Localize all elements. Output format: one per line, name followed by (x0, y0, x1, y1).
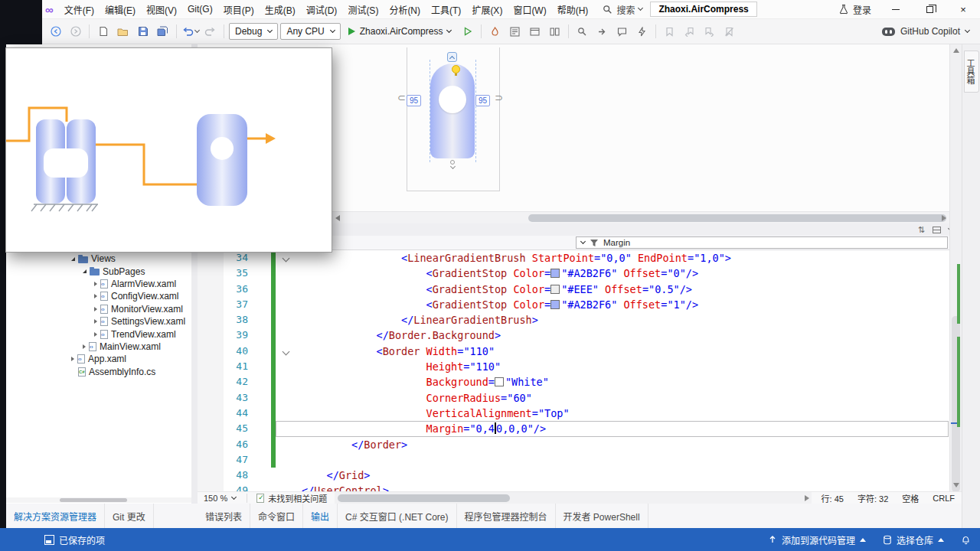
code-line[interactable]: 43 CornerRadius="60" (198, 390, 949, 406)
tree-item[interactable]: SubPages (6, 265, 191, 277)
bottom-chevron-icon[interactable] (450, 164, 456, 169)
menu-item[interactable]: 测试(S) (342, 1, 384, 18)
breakpoint-margin[interactable] (198, 266, 224, 281)
zoom-dropdown[interactable]: 150 % (198, 494, 242, 503)
breakpoint-margin[interactable] (198, 374, 224, 390)
scroll-left-icon[interactable] (335, 215, 340, 221)
lightbulb-suggestion-icon[interactable] (452, 65, 460, 73)
color-swatch[interactable] (550, 300, 560, 309)
menu-item[interactable]: Git(G) (182, 2, 218, 17)
menu-item[interactable]: 分析(N) (384, 1, 426, 18)
tree-item[interactable]: MainView.xaml (6, 341, 191, 353)
code-line[interactable]: 35 <GradientStop Color="#A2B2F6" Offset=… (198, 266, 949, 281)
swap-panes-icon[interactable]: ⇅ (918, 225, 925, 235)
comment-icon[interactable] (613, 23, 631, 41)
tool-tab[interactable]: C# 交互窗口 (.NET Core) (338, 504, 456, 528)
scroll-right-icon[interactable] (942, 215, 946, 221)
menu-item[interactable]: 工具(T) (426, 1, 466, 18)
code-line[interactable]: 41 Height="110" (198, 359, 949, 374)
restore-button[interactable] (913, 0, 946, 19)
expander-icon[interactable] (94, 307, 97, 311)
tool-tab[interactable]: 开发者 PowerShell (556, 504, 648, 528)
tool-tab[interactable]: 解决方案资源管理器 (6, 504, 105, 528)
menu-item[interactable]: 帮助(H) (552, 1, 594, 18)
breakpoint-margin[interactable] (198, 468, 224, 483)
split-view-icon[interactable] (933, 227, 941, 233)
sign-in-button[interactable]: 登录 (853, 3, 871, 16)
undo-icon[interactable] (181, 23, 199, 41)
tree-item[interactable]: ConfigView.xaml (6, 290, 191, 302)
code-line[interactable]: 40 <Border Width="110" (198, 344, 949, 359)
editor-vertical-scrollbar[interactable] (949, 44, 962, 491)
navigate-back-icon[interactable] (47, 23, 64, 41)
fold-chevron-icon[interactable] (282, 347, 289, 355)
breakpoint-margin[interactable] (198, 483, 224, 491)
code-line[interactable]: 36 <GradientStop Color="#EEE" Offset="0.… (198, 282, 949, 297)
breakpoint-margin[interactable] (198, 359, 224, 374)
expander-icon[interactable] (94, 319, 97, 324)
xaml-designer-pane[interactable]: 95 95 ⊂ ⊃ (332, 44, 949, 223)
tree-item[interactable]: TrendView.xaml (6, 328, 191, 340)
margin-left-chip[interactable]: 95 (407, 95, 421, 106)
solution-name[interactable]: Zhaoxi.AirCompress (650, 2, 756, 17)
right-anchor-icon[interactable]: ⊃ (495, 93, 503, 103)
code-line[interactable]: 45 Margin="0,40,0,0"/> (198, 421, 949, 436)
code-line[interactable]: 38 </LinearGradientBrush> (198, 312, 949, 328)
designer-horizontal-scrollbar[interactable] (332, 211, 949, 223)
document-health-indicator[interactable]: 未找到相关问题 (252, 492, 332, 504)
tree-item[interactable]: MonitorView.xaml (6, 303, 191, 315)
close-button[interactable]: × (946, 0, 980, 19)
xaml-code-editor[interactable]: 34 <LinearGradientBrush StartPoint="0,0"… (198, 250, 949, 491)
select-repository-button[interactable]: 选择仓库 (883, 533, 944, 546)
open-folder-icon[interactable] (114, 23, 132, 41)
menu-item[interactable]: 编辑(E) (100, 1, 141, 18)
menu-item[interactable]: 生成(B) (260, 1, 301, 18)
scroll-up-icon[interactable] (953, 48, 959, 53)
code-line[interactable]: 47 (198, 452, 949, 468)
navigate-symbol-icon[interactable] (593, 23, 611, 41)
feedback-flask-icon[interactable] (838, 4, 849, 15)
menu-item[interactable]: 调试(D) (301, 1, 343, 18)
code-line[interactable]: 42 Background="White" (198, 374, 949, 390)
hot-reload-icon[interactable] (486, 23, 504, 41)
expander-icon[interactable] (71, 257, 75, 261)
save-all-icon[interactable] (154, 23, 172, 41)
expander-icon[interactable] (94, 332, 97, 337)
tool-tab[interactable]: 程序包管理器控制台 (457, 504, 556, 528)
menu-item[interactable]: 窗口(W) (508, 1, 551, 18)
start-without-debugging-icon[interactable] (459, 23, 476, 41)
tree-item[interactable]: AlarmView.xaml (6, 278, 191, 290)
eol-indicator[interactable]: CRLF (926, 494, 962, 503)
editor-scroll-thumb[interactable] (338, 494, 510, 502)
lightning-icon[interactable] (633, 23, 651, 41)
tool-tab[interactable]: 错误列表 (198, 504, 250, 528)
expander-icon[interactable] (94, 294, 97, 298)
menu-item[interactable]: 视图(V) (141, 1, 182, 18)
left-anchor-icon[interactable]: ⊂ (397, 93, 406, 103)
xaml-preview-window[interactable] (5, 47, 332, 253)
search-control[interactable]: 搜索 (603, 3, 642, 16)
redo-icon[interactable] (201, 23, 219, 41)
code-line[interactable]: 46 </Border> (198, 437, 949, 452)
fold-margin[interactable] (276, 344, 296, 359)
top-anchor-handle[interactable] (447, 52, 457, 62)
split-columns-icon[interactable] (546, 23, 564, 41)
color-swatch[interactable] (550, 269, 560, 278)
code-line[interactable]: 37 <GradientStop Color="#A2B2F6" Offset=… (198, 297, 949, 312)
color-swatch[interactable] (550, 285, 560, 294)
toolbox-tab[interactable]: 工具箱 (964, 51, 979, 93)
code-line[interactable]: 48 </Grid> (198, 468, 949, 483)
explorer-scroll-thumb[interactable] (60, 498, 127, 502)
scroll-right-icon[interactable] (805, 495, 809, 501)
code-line[interactable]: 49</UserControl> (198, 483, 949, 491)
add-to-source-control-button[interactable]: 添加到源代码管理 (768, 533, 866, 546)
tool-tab[interactable]: Git 更改 (105, 504, 154, 528)
breakpoint-margin[interactable] (198, 390, 224, 406)
find-in-files-icon[interactable] (573, 23, 591, 41)
clear-bookmarks-icon[interactable] (720, 23, 738, 41)
solution-platform-dropdown[interactable]: Any CPU (280, 23, 340, 40)
expander-icon[interactable] (71, 357, 74, 361)
fold-chevron-icon[interactable] (282, 255, 289, 262)
new-file-icon[interactable] (94, 23, 112, 41)
column-indicator[interactable]: 字符: 32 (851, 492, 895, 504)
